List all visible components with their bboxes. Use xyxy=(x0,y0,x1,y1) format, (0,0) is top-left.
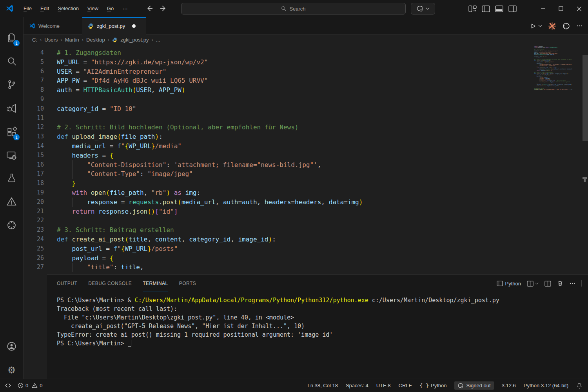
tab-output[interactable]: OUTPUT xyxy=(57,275,77,292)
code-line: 19with open(file_path, "rb") as img: xyxy=(24,188,588,198)
tab-debug-console[interactable]: DEBUG CONSOLE xyxy=(88,275,132,292)
sidebar-item-explorer[interactable]: 1 xyxy=(0,28,23,47)
tab-ports[interactable]: PORTS xyxy=(179,275,196,292)
line-number: 20 xyxy=(24,198,44,207)
breadcrumb-item[interactable]: Martin xyxy=(65,37,79,43)
editor-scrollbar[interactable] xyxy=(583,55,588,141)
code-line: 14media_url = f"{WP_URL}/media" xyxy=(24,142,588,151)
minimap-line: create_ai_post("GPT-5 Release News", "Hi… xyxy=(534,89,572,90)
extensions-badge: 1 xyxy=(13,134,20,140)
terminal-line: Traceback (most recent call last): xyxy=(57,305,588,313)
toggle-primary-sidebar-icon[interactable] xyxy=(482,5,490,12)
line-number: 13 xyxy=(24,132,44,142)
breadcrumb-item[interactable]: C: xyxy=(32,37,37,43)
interpreter-status[interactable]: Python 3.12 (64-bit) xyxy=(524,383,568,388)
code-line: 16"Content-Disposition": 'attachment; fi… xyxy=(24,160,588,170)
code-line: 21return response.json()["id"] xyxy=(24,207,588,216)
search-placeholder: Search xyxy=(289,6,305,12)
problems-status[interactable]: 0 0 xyxy=(18,383,42,388)
sidebar-item-chatgpt[interactable] xyxy=(0,216,23,234)
sidebar-item-testing[interactable] xyxy=(0,169,23,187)
line-number: 4 xyxy=(24,48,44,58)
line-number: 9 xyxy=(24,95,44,104)
toggle-panel-icon[interactable] xyxy=(495,5,503,12)
kill-terminal-trash-icon[interactable] xyxy=(557,280,563,287)
sidebar-item-remote-explorer[interactable] xyxy=(0,146,23,165)
breadcrumb-item[interactable]: Users xyxy=(44,37,58,43)
tab-label: Welcome xyxy=(38,23,60,29)
breadcrumb-file[interactable]: zgki_post.py xyxy=(120,37,149,43)
breadcrumb[interactable]: C:› Users› Martin› Desktop› zgki_post.py… xyxy=(24,34,588,45)
indentation-status[interactable]: Spaces: 4 xyxy=(346,383,368,388)
sidebar-item-run-debug[interactable] xyxy=(0,99,23,118)
more-actions-icon[interactable] xyxy=(576,23,583,29)
split-terminal-icon[interactable] xyxy=(544,281,551,287)
minimap[interactable]: import requestsfrom requests.auth import… xyxy=(534,46,572,90)
breadcrumb-tail[interactable]: ... xyxy=(156,37,160,43)
indent-guide xyxy=(57,188,72,198)
tab-terminal[interactable]: TERMINAL xyxy=(143,275,168,292)
warning-icon xyxy=(32,383,38,388)
new-terminal-button[interactable] xyxy=(527,281,539,287)
terminal-line[interactable]: PS C:\Users\Martin> xyxy=(57,339,588,348)
tab-welcome[interactable]: Welcome xyxy=(24,17,82,34)
account-icon[interactable] xyxy=(0,337,23,356)
sidebar-item-search[interactable] xyxy=(0,52,23,71)
panel-header: OUTPUT DEBUG CONSOLE TERMINAL PORTS Pyth… xyxy=(47,275,588,292)
notifications-bell-icon[interactable] xyxy=(576,383,583,389)
nav-back-button[interactable] xyxy=(146,5,153,12)
sidebar-item-problems[interactable] xyxy=(0,192,23,211)
customize-layout-icon[interactable] xyxy=(468,5,477,12)
nav-forward-button[interactable] xyxy=(160,5,167,12)
code-editor[interactable]: 4# 1. Zugangsdaten5WP_URL = "https://zgk… xyxy=(24,45,588,274)
indent-guide xyxy=(57,244,72,254)
search-input[interactable]: Search xyxy=(181,3,406,15)
encoding-status[interactable]: UTF-8 xyxy=(376,383,391,388)
chatgpt-action-icon[interactable] xyxy=(562,22,570,30)
more-actions-icon[interactable] xyxy=(569,280,575,287)
minimap-line: "featured_media": image_id # Bild als Be… xyxy=(534,82,572,83)
menu-more-button[interactable]: ⋯ xyxy=(118,5,132,12)
activity-bar: 1 1 ⚙ xyxy=(0,17,24,379)
indent-guide xyxy=(57,160,72,170)
sidebar-item-source-control[interactable] xyxy=(0,75,23,94)
python-file-icon xyxy=(112,37,118,43)
run-python-button[interactable] xyxy=(530,23,542,29)
explorer-badge: 1 xyxy=(13,40,20,46)
sidebar-item-extensions[interactable]: 1 xyxy=(0,122,23,141)
extension-starburst-icon[interactable] xyxy=(548,22,556,30)
maximize-button[interactable] xyxy=(552,0,570,17)
menu-edit[interactable]: Edit xyxy=(36,3,53,14)
run-dropdown-chevron-icon xyxy=(538,24,542,27)
code-line: 22 xyxy=(24,216,588,225)
code-line: 18} xyxy=(24,179,588,188)
overview-ruler-marker xyxy=(583,177,587,179)
language-mode-status[interactable]: { } Python xyxy=(420,383,447,388)
terminal-shell-item[interactable]: Python xyxy=(497,281,521,287)
divider xyxy=(581,280,582,287)
copilot-signin-status[interactable]: Signed out xyxy=(454,381,494,390)
code-line: 11 xyxy=(24,114,588,123)
indent-guide xyxy=(57,142,72,151)
menu-selection[interactable]: Selection xyxy=(53,3,83,14)
terminal-output[interactable]: PS C:\Users\Martin> & C:/Users/Martin/Ap… xyxy=(47,292,588,348)
eol-status[interactable]: CRLF xyxy=(399,383,412,388)
modified-dot-icon[interactable] xyxy=(132,24,136,28)
menu-view[interactable]: View xyxy=(83,3,103,14)
breadcrumb-item[interactable]: Desktop xyxy=(86,37,105,43)
menu-go[interactable]: Go xyxy=(103,3,118,14)
settings-gear-icon[interactable]: ⚙ xyxy=(0,361,23,379)
line-number: 15 xyxy=(24,151,44,160)
toggle-secondary-sidebar-icon[interactable] xyxy=(508,5,517,12)
cursor-position-status[interactable]: Ln 38, Col 18 xyxy=(308,383,338,388)
code-line: 24def create_ai_post(title, content, cat… xyxy=(24,235,588,244)
line-number: 25 xyxy=(24,244,44,254)
copilot-icon xyxy=(457,383,464,388)
remote-indicator-icon[interactable] xyxy=(5,382,11,389)
minimize-button[interactable] xyxy=(534,0,552,17)
menu-file[interactable]: File xyxy=(19,3,36,14)
close-window-button[interactable] xyxy=(570,0,588,17)
tab-zgki-post[interactable]: zgki_post.py xyxy=(82,17,146,34)
python-version-status[interactable]: 3.12.6 xyxy=(502,383,516,388)
copilot-menu-button[interactable] xyxy=(411,3,435,15)
